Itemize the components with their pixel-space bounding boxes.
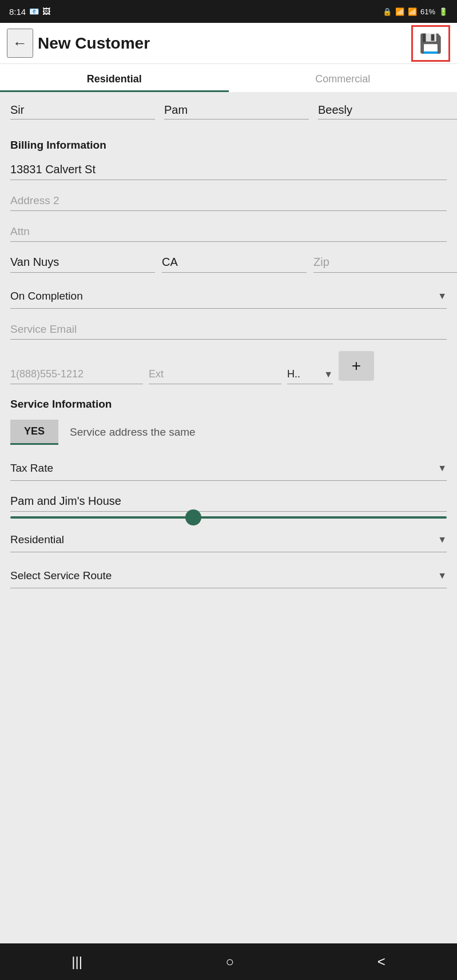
attn-field-container bbox=[10, 222, 447, 242]
save-button[interactable]: 💾 bbox=[411, 25, 450, 62]
invoice-dropdown-label: On Completion bbox=[10, 290, 83, 302]
invoice-dropdown-arrow: ▼ bbox=[438, 291, 447, 301]
notification-icon: 📧 bbox=[29, 7, 39, 16]
add-phone-button[interactable]: + bbox=[339, 351, 374, 381]
wifi-icon: 📶 bbox=[395, 7, 404, 16]
page-title: New Customer bbox=[38, 34, 411, 53]
address2-input[interactable] bbox=[10, 192, 447, 211]
property-name-input[interactable] bbox=[10, 492, 447, 512]
property-name-container bbox=[10, 492, 447, 519]
property-type-dropdown[interactable]: Residential ▼ bbox=[10, 528, 447, 552]
time-display: 8:14 bbox=[9, 7, 26, 17]
name-row bbox=[10, 101, 447, 123]
service-email-field-container bbox=[10, 320, 447, 340]
service-route-dropdown[interactable]: Select Service Route ▼ bbox=[10, 564, 447, 588]
salutation-field[interactable] bbox=[10, 101, 155, 119]
phone-type-arrow: ▼ bbox=[324, 369, 333, 380]
recent-apps-button[interactable]: ||| bbox=[60, 949, 94, 974]
tax-rate-label: Tax Rate bbox=[10, 462, 53, 475]
invoice-dropdown[interactable]: On Completion ▼ bbox=[10, 284, 447, 309]
first-name-field[interactable] bbox=[164, 101, 309, 119]
state-input[interactable] bbox=[162, 253, 307, 273]
billing-section-label: Billing Information bbox=[10, 139, 447, 152]
same-address-row: YES Service address the same bbox=[10, 420, 447, 445]
form-content: Billing Information On Completion ▼ H.. … bbox=[0, 92, 457, 943]
phone-type-label: H.. bbox=[287, 368, 300, 380]
service-route-arrow: ▼ bbox=[438, 571, 447, 581]
tabs-container: Residential Commercial bbox=[0, 64, 457, 92]
service-section: Service Information YES Service address … bbox=[10, 398, 447, 588]
status-bar: 8:14 📧 🖼 🔒 📶 📶 61% 🔋 bbox=[0, 0, 457, 23]
back-button[interactable]: ← bbox=[7, 29, 33, 58]
city-input[interactable] bbox=[10, 253, 155, 273]
tab-commercial[interactable]: Commercial bbox=[229, 64, 458, 92]
phone-row: H.. ▼ + bbox=[10, 351, 447, 384]
phone-input[interactable] bbox=[10, 366, 143, 384]
status-icons: 🔒 📶 📶 61% 🔋 bbox=[383, 7, 448, 16]
tab-residential[interactable]: Residential bbox=[0, 64, 229, 92]
property-type-arrow: ▼ bbox=[438, 535, 447, 545]
property-type-label: Residential bbox=[10, 533, 64, 546]
slider-track[interactable] bbox=[10, 516, 447, 519]
battery-icon: 🔋 bbox=[439, 7, 448, 16]
bottom-nav: ||| ○ < bbox=[0, 943, 457, 980]
service-section-label: Service Information bbox=[10, 398, 447, 411]
sim-icon: 🔒 bbox=[383, 7, 392, 16]
address1-input[interactable] bbox=[10, 161, 447, 180]
service-email-input[interactable] bbox=[10, 320, 447, 340]
slider-thumb[interactable] bbox=[185, 509, 201, 525]
battery-display: 61% bbox=[420, 7, 435, 16]
ext-input[interactable] bbox=[149, 366, 281, 384]
address2-field-container bbox=[10, 192, 447, 211]
city-state-zip-row bbox=[10, 253, 447, 273]
zip-input[interactable] bbox=[313, 253, 457, 273]
address1-field-container bbox=[10, 161, 447, 180]
property-name-row bbox=[10, 492, 447, 512]
last-name-field[interactable] bbox=[318, 101, 457, 119]
same-address-label: Service address the same bbox=[70, 426, 196, 439]
tax-rate-arrow: ▼ bbox=[438, 463, 447, 473]
back-nav-button[interactable]: < bbox=[366, 949, 397, 974]
attn-input[interactable] bbox=[10, 222, 447, 242]
yes-button[interactable]: YES bbox=[10, 420, 58, 445]
service-route-label: Select Service Route bbox=[10, 569, 112, 582]
home-button[interactable]: ○ bbox=[214, 949, 246, 974]
save-icon: 💾 bbox=[419, 33, 442, 54]
phone-type-dropdown[interactable]: H.. ▼ bbox=[287, 366, 333, 384]
signal-icon: 📶 bbox=[408, 7, 417, 16]
app-bar: ← New Customer 💾 bbox=[0, 23, 457, 64]
image-icon: 🖼 bbox=[42, 7, 50, 16]
tax-rate-dropdown[interactable]: Tax Rate ▼ bbox=[10, 456, 447, 481]
status-time: 8:14 📧 🖼 bbox=[9, 7, 50, 17]
